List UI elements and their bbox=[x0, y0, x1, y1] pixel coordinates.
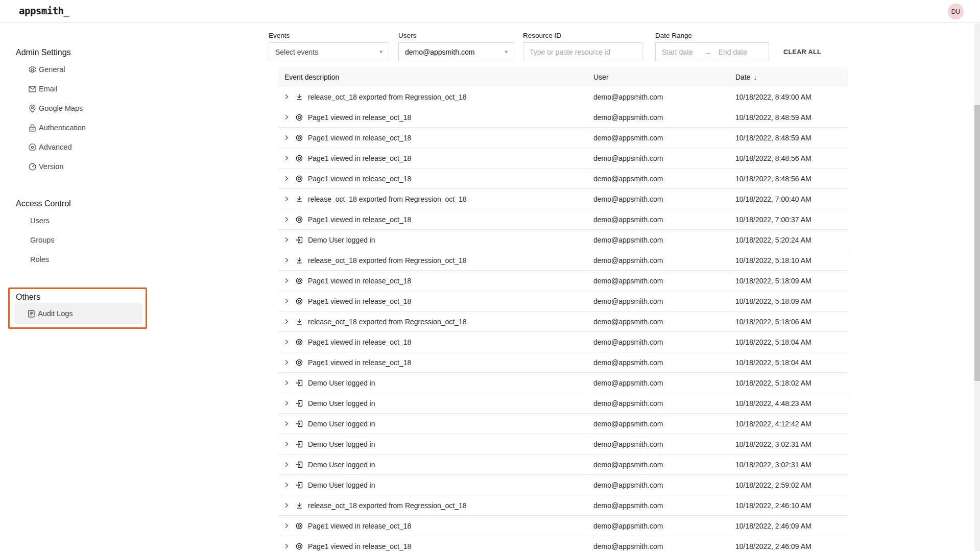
table-row[interactable]: Page1 viewed in release_oct_18demo@appsm… bbox=[278, 352, 848, 373]
sidebar-item-authentication[interactable]: Authentication bbox=[16, 118, 230, 137]
date-cell: 10/18/2022, 8:48:56 AM bbox=[729, 154, 848, 162]
expand-chevron-right-icon[interactable] bbox=[282, 420, 291, 428]
avatar[interactable]: DU bbox=[948, 4, 964, 19]
expand-chevron-right-icon[interactable] bbox=[282, 501, 291, 510]
expand-chevron-right-icon[interactable] bbox=[282, 154, 291, 162]
table-row[interactable]: Page1 viewed in release_oct_18demo@appsm… bbox=[278, 516, 848, 536]
table-row[interactable]: Page1 viewed in release_oct_18demo@appsm… bbox=[278, 332, 848, 352]
resource-id-input[interactable] bbox=[530, 48, 636, 56]
date-cell: 10/18/2022, 5:20:24 AM bbox=[729, 236, 848, 244]
sidebar-section-title: Access Control bbox=[16, 199, 230, 209]
expand-chevron-right-icon[interactable] bbox=[282, 113, 291, 122]
sidebar-item-label: Google Maps bbox=[39, 104, 83, 112]
user-cell: demo@appsmith.com bbox=[587, 461, 729, 469]
expand-chevron-right-icon[interactable] bbox=[282, 399, 291, 408]
vertical-scrollbar-thumb[interactable] bbox=[974, 105, 980, 381]
vertical-scrollbar-track[interactable] bbox=[974, 23, 980, 551]
sidebar-section-access-control: Access ControlUsersGroupsRoles bbox=[16, 199, 230, 269]
user-cell: demo@appsmith.com bbox=[587, 358, 729, 367]
events-label: Events bbox=[269, 31, 389, 40]
date-range-filter: Date Range Start date → End date bbox=[655, 31, 769, 61]
table-row[interactable]: release_oct_18 exported from Regression_… bbox=[278, 189, 848, 209]
table-row[interactable]: Demo User logged indemo@appsmith.com10/1… bbox=[278, 373, 848, 393]
users-select[interactable]: demo@appsmith.com ▾ bbox=[398, 42, 514, 61]
table-row[interactable]: Demo User logged indemo@appsmith.com10/1… bbox=[278, 475, 848, 495]
expand-chevron-right-icon[interactable] bbox=[282, 277, 291, 285]
event-description-cell: Page1 viewed in release_oct_18 bbox=[278, 277, 587, 285]
table-row[interactable]: Demo User logged indemo@appsmith.com10/1… bbox=[278, 393, 848, 414]
expand-chevron-right-icon[interactable] bbox=[282, 318, 291, 326]
export-icon bbox=[295, 318, 303, 326]
table-row[interactable]: release_oct_18 exported from Regression_… bbox=[278, 250, 848, 271]
expand-chevron-right-icon[interactable] bbox=[282, 379, 291, 387]
table-row[interactable]: Page1 viewed in release_oct_18demo@appsm… bbox=[278, 169, 848, 189]
expand-chevron-right-icon[interactable] bbox=[282, 236, 291, 244]
expand-chevron-right-icon[interactable] bbox=[282, 134, 291, 142]
clear-all-button[interactable]: CLEAR ALL bbox=[783, 49, 821, 56]
sidebar-item-roles[interactable]: Roles bbox=[16, 250, 230, 269]
table-row[interactable]: Page1 viewed in release_oct_18demo@appsm… bbox=[278, 271, 848, 291]
event-description-text: release_oct_18 exported from Regression_… bbox=[308, 318, 467, 326]
user-cell: demo@appsmith.com bbox=[587, 154, 729, 162]
date-cell: 10/18/2022, 5:18:10 AM bbox=[729, 256, 848, 265]
map-pin-icon bbox=[28, 104, 37, 113]
table-row[interactable]: release_oct_18 exported from Regression_… bbox=[278, 495, 848, 516]
sidebar-item-audit-logs[interactable]: Audit Logs bbox=[15, 303, 142, 324]
export-icon bbox=[295, 93, 303, 101]
table-row[interactable]: release_oct_18 exported from Regression_… bbox=[278, 87, 848, 107]
sidebar-item-users[interactable]: Users bbox=[16, 211, 230, 230]
table-row[interactable]: Page1 viewed in release_oct_18demo@appsm… bbox=[278, 536, 848, 551]
login-icon bbox=[295, 420, 303, 428]
sidebar-item-groups[interactable]: Groups bbox=[16, 230, 230, 250]
date-cell: 10/18/2022, 5:18:09 AM bbox=[729, 297, 848, 305]
table-row[interactable]: Page1 viewed in release_oct_18demo@appsm… bbox=[278, 107, 848, 128]
event-description-text: Page1 viewed in release_oct_18 bbox=[308, 175, 411, 183]
expand-chevron-right-icon[interactable] bbox=[282, 215, 291, 224]
expand-chevron-right-icon[interactable] bbox=[282, 542, 291, 550]
sidebar-item-version[interactable]: Version bbox=[16, 157, 230, 176]
event-description-text: Page1 viewed in release_oct_18 bbox=[308, 154, 411, 162]
sidebar-item-label: Authentication bbox=[39, 124, 86, 132]
sidebar-item-general[interactable]: General bbox=[16, 60, 230, 79]
header-date[interactable]: Date↓ bbox=[729, 73, 848, 81]
view-icon bbox=[295, 154, 303, 162]
expand-chevron-right-icon[interactable] bbox=[282, 440, 291, 448]
table-row[interactable]: Demo User logged indemo@appsmith.com10/1… bbox=[278, 434, 848, 454]
table-row[interactable]: Demo User logged indemo@appsmith.com10/1… bbox=[278, 414, 848, 434]
table-row[interactable]: Page1 viewed in release_oct_18demo@appsm… bbox=[278, 209, 848, 230]
mail-icon bbox=[28, 85, 37, 93]
gear-icon bbox=[28, 65, 37, 74]
table-row[interactable]: Demo User logged indemo@appsmith.com10/1… bbox=[278, 454, 848, 475]
expand-chevron-right-icon[interactable] bbox=[282, 195, 291, 203]
event-description-cell: Page1 viewed in release_oct_18 bbox=[278, 175, 587, 183]
events-select[interactable]: Select events ▾ bbox=[269, 42, 389, 61]
view-icon bbox=[295, 522, 303, 530]
sidebar-item-google-maps[interactable]: Google Maps bbox=[16, 99, 230, 118]
expand-chevron-right-icon[interactable] bbox=[282, 338, 291, 346]
expand-chevron-right-icon[interactable] bbox=[282, 297, 291, 305]
table-row[interactable]: Page1 viewed in release_oct_18demo@appsm… bbox=[278, 291, 848, 312]
expand-chevron-right-icon[interactable] bbox=[282, 256, 291, 265]
table-row[interactable]: release_oct_18 exported from Regression_… bbox=[278, 312, 848, 332]
table-row[interactable]: Page1 viewed in release_oct_18demo@appsm… bbox=[278, 128, 848, 148]
event-description-text: Page1 viewed in release_oct_18 bbox=[308, 338, 411, 346]
event-description-text: release_oct_18 exported from Regression_… bbox=[308, 195, 467, 203]
sidebar: Admin SettingsGeneralEmailGoogle MapsAut… bbox=[0, 23, 269, 551]
appsmith-logo[interactable]: appsmith_ bbox=[19, 5, 69, 16]
event-description-cell: Page1 viewed in release_oct_18 bbox=[278, 358, 587, 367]
advanced-icon bbox=[28, 143, 37, 152]
sidebar-item-advanced[interactable]: Advanced bbox=[16, 137, 230, 157]
expand-chevron-right-icon[interactable] bbox=[282, 481, 291, 489]
table-row[interactable]: Demo User logged indemo@appsmith.com10/1… bbox=[278, 230, 848, 250]
expand-chevron-right-icon[interactable] bbox=[282, 175, 291, 183]
lock-icon bbox=[28, 124, 37, 132]
expand-chevron-right-icon[interactable] bbox=[282, 461, 291, 469]
expand-chevron-right-icon[interactable] bbox=[282, 358, 291, 367]
event-description-text: release_oct_18 exported from Regression_… bbox=[308, 256, 467, 265]
date-range-input[interactable]: Start date → End date bbox=[655, 42, 769, 61]
expand-chevron-right-icon[interactable] bbox=[282, 93, 291, 101]
version-icon bbox=[28, 162, 37, 171]
table-row[interactable]: Page1 viewed in release_oct_18demo@appsm… bbox=[278, 148, 848, 169]
sidebar-item-email[interactable]: Email bbox=[16, 79, 230, 99]
expand-chevron-right-icon[interactable] bbox=[282, 522, 291, 530]
